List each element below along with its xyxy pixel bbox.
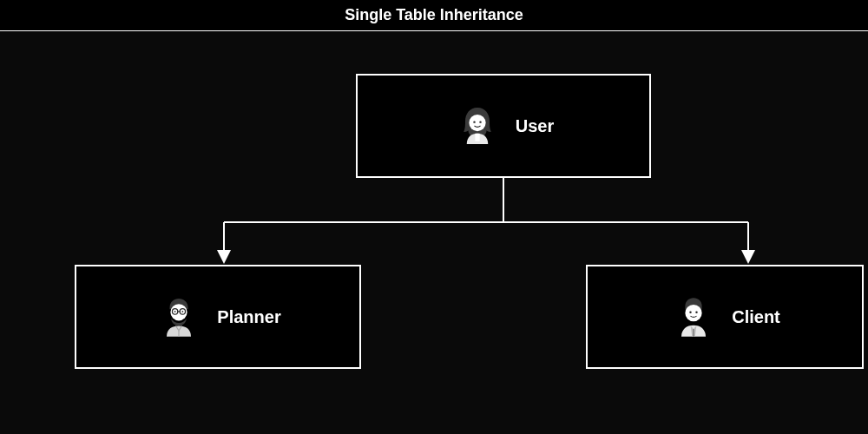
svg-rect-8 — [475, 134, 479, 141]
node-planner-label: Planner — [217, 307, 280, 327]
title-bar: Single Table Inheritance — [0, 0, 868, 31]
svg-point-13 — [174, 311, 176, 312]
svg-point-14 — [182, 311, 184, 312]
user-female-icon — [453, 102, 502, 150]
user-glasses-icon — [155, 293, 203, 341]
node-client-label: Client — [732, 307, 780, 327]
node-planner: Planner — [75, 265, 361, 369]
page-title: Single Table Inheritance — [345, 6, 523, 24]
user-male-icon — [669, 293, 718, 341]
svg-point-16 — [686, 305, 702, 321]
svg-point-18 — [695, 312, 697, 313]
svg-point-7 — [479, 121, 481, 122]
svg-point-17 — [689, 312, 691, 313]
node-client: Client — [586, 265, 864, 369]
node-user: User — [356, 74, 651, 178]
inheritance-connector — [0, 0, 868, 434]
node-user-label: User — [516, 116, 554, 136]
svg-point-9 — [171, 304, 187, 320]
svg-point-5 — [469, 115, 485, 131]
svg-point-6 — [473, 121, 475, 122]
